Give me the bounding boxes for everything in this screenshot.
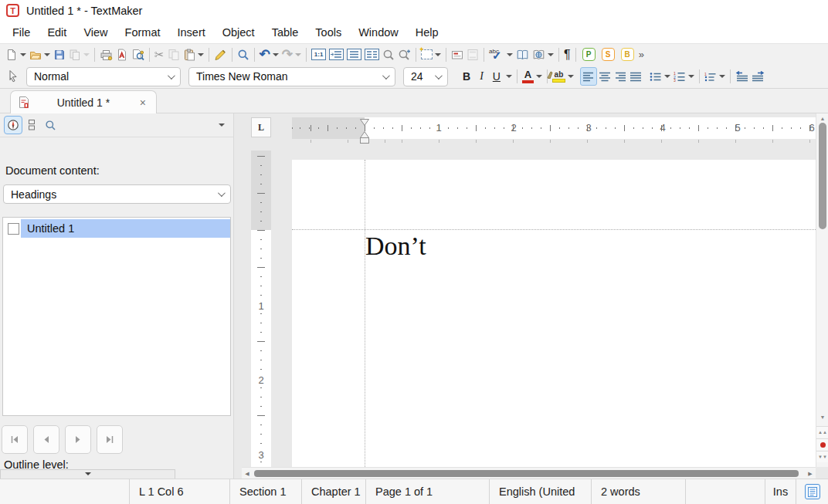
- menu-help[interactable]: Help: [407, 23, 447, 42]
- search-button[interactable]: [236, 46, 251, 64]
- insert-frame-button[interactable]: ✦: [419, 46, 443, 64]
- document-tab[interactable]: Untitled 1 * ×: [10, 90, 157, 113]
- font-color-button[interactable]: A: [521, 67, 544, 86]
- align-justify-button[interactable]: [628, 67, 643, 86]
- standard-toolbar: ✂ ↶ ↷ 1:1 ✦: [0, 44, 828, 65]
- view-page-button[interactable]: [345, 46, 363, 64]
- last-heading-button[interactable]: [97, 425, 123, 454]
- redo-button[interactable]: ↷: [280, 46, 303, 64]
- first-heading-button[interactable]: [2, 425, 28, 454]
- menu-tools[interactable]: Tools: [307, 23, 350, 42]
- scroll-up-icon[interactable]: ▲: [816, 116, 828, 121]
- next-heading-button[interactable]: [65, 425, 91, 454]
- vertical-scrollbar[interactable]: ▲ ▼ ▲▲ ▼▼: [816, 113, 828, 467]
- status-insert-mode[interactable]: Ins: [765, 479, 796, 504]
- numbered-list-button[interactable]: 123: [672, 67, 696, 86]
- new-document-button[interactable]: [4, 46, 28, 64]
- paste-button[interactable]: [182, 46, 205, 64]
- copy-button[interactable]: [166, 46, 182, 64]
- formatting-marks-button[interactable]: ¶: [562, 46, 572, 64]
- previous-heading-button[interactable]: [33, 425, 59, 454]
- outline-view-button[interactable]: [22, 116, 41, 134]
- close-icon[interactable]: ×: [137, 96, 148, 109]
- outline-numbering-button[interactable]: 1: [703, 67, 727, 86]
- scroll-left-icon[interactable]: ◀: [242, 468, 253, 479]
- font-size-select[interactable]: 24: [403, 67, 448, 86]
- save-button[interactable]: [52, 46, 67, 64]
- header-footer-button[interactable]: [465, 46, 480, 64]
- navigator-toggle-button[interactable]: [4, 116, 22, 134]
- undo-button[interactable]: ↶: [258, 46, 280, 64]
- paragraph-style-select[interactable]: Normal: [26, 67, 181, 86]
- zoom-actual-size-button[interactable]: 1:1: [310, 46, 327, 64]
- sidebar-search-button[interactable]: [41, 116, 59, 134]
- bold-button[interactable]: B: [458, 67, 475, 86]
- zoom-out-button[interactable]: [381, 46, 396, 64]
- bullet-list-button[interactable]: [648, 67, 672, 86]
- document-page[interactable]: Don’t: [292, 160, 816, 467]
- menu-file[interactable]: File: [4, 23, 39, 42]
- horizontal-scroll-thumb[interactable]: [254, 470, 799, 477]
- horizontal-ruler[interactable]: 1 2 3 4 5 6: [292, 117, 828, 139]
- save-all-button[interactable]: [67, 46, 91, 64]
- print-button[interactable]: [98, 46, 114, 64]
- increase-indent-button[interactable]: [750, 67, 766, 86]
- status-language[interactable]: English (United: [489, 479, 591, 504]
- spell-check-button[interactable]: abc ✓: [487, 46, 514, 64]
- browse-object-button[interactable]: [816, 438, 828, 450]
- menu-format[interactable]: Format: [117, 23, 169, 42]
- app-icon[interactable]: T: [6, 4, 19, 17]
- toolbar-overflow-button[interactable]: »: [637, 46, 646, 64]
- align-right-button[interactable]: [613, 67, 628, 86]
- view-normal-button[interactable]: [327, 46, 345, 64]
- chevron-down-icon: [168, 72, 175, 79]
- align-center-button[interactable]: [597, 67, 613, 86]
- menu-window[interactable]: Window: [350, 23, 407, 42]
- view-columns-button[interactable]: [363, 46, 381, 64]
- status-section[interactable]: Section 1: [229, 479, 301, 504]
- outline-level-select[interactable]: [0, 469, 175, 479]
- sidebar-menu-button[interactable]: [219, 123, 225, 127]
- status-cursor-position[interactable]: L 1 Col 6: [129, 479, 229, 504]
- export-pdf-button[interactable]: [114, 46, 130, 64]
- menu-table[interactable]: Table: [263, 23, 307, 42]
- vertical-ruler[interactable]: 1 2 3: [251, 151, 271, 472]
- research-button[interactable]: [531, 46, 555, 64]
- status-word-count[interactable]: 2 words: [591, 479, 685, 504]
- align-left-button[interactable]: [580, 67, 597, 86]
- font-select[interactable]: Times New Roman: [188, 67, 395, 86]
- format-painter-button[interactable]: [212, 46, 229, 64]
- underline-button[interactable]: U: [488, 67, 514, 86]
- document-text[interactable]: Don’t: [365, 232, 426, 261]
- list-item[interactable]: Untitled 1: [3, 219, 230, 238]
- italic-button[interactable]: I: [475, 67, 488, 86]
- print-preview-button[interactable]: [130, 46, 146, 64]
- scroll-down-icon[interactable]: ▼: [816, 414, 828, 420]
- select-cursor-button[interactable]: [5, 67, 20, 86]
- thesaurus-button[interactable]: [514, 46, 531, 64]
- vertical-scroll-thumb[interactable]: [819, 123, 826, 229]
- proofing-b-button[interactable]: B: [618, 46, 637, 64]
- zoom-dialog-button[interactable]: [396, 46, 412, 64]
- previous-page-button[interactable]: ▲▲: [816, 426, 828, 438]
- status-page[interactable]: Page 1 of 1: [365, 479, 489, 504]
- menu-edit[interactable]: Edit: [39, 23, 75, 42]
- highlight-button[interactable]: ab: [551, 67, 575, 86]
- menu-view[interactable]: View: [75, 23, 116, 42]
- menu-object[interactable]: Object: [214, 23, 263, 42]
- heading-checkbox[interactable]: [8, 223, 19, 235]
- menu-insert[interactable]: Insert: [168, 23, 213, 42]
- comment-button[interactable]: [450, 46, 465, 64]
- proofing-s-button[interactable]: S: [599, 46, 618, 64]
- scroll-right-icon[interactable]: ▶: [805, 468, 816, 479]
- next-page-button[interactable]: ▼▼: [816, 451, 828, 462]
- content-type-select[interactable]: Headings: [3, 184, 231, 204]
- horizontal-scrollbar[interactable]: ◀ ▶: [242, 467, 816, 479]
- proofing-p-button[interactable]: P: [579, 46, 599, 64]
- status-view-mode[interactable]: [796, 479, 828, 504]
- tab-type-selector[interactable]: L: [251, 117, 271, 137]
- status-chapter[interactable]: Chapter 1: [301, 479, 365, 504]
- open-button[interactable]: [28, 46, 52, 64]
- cut-button[interactable]: ✂: [153, 46, 166, 64]
- decrease-indent-button[interactable]: [734, 67, 750, 86]
